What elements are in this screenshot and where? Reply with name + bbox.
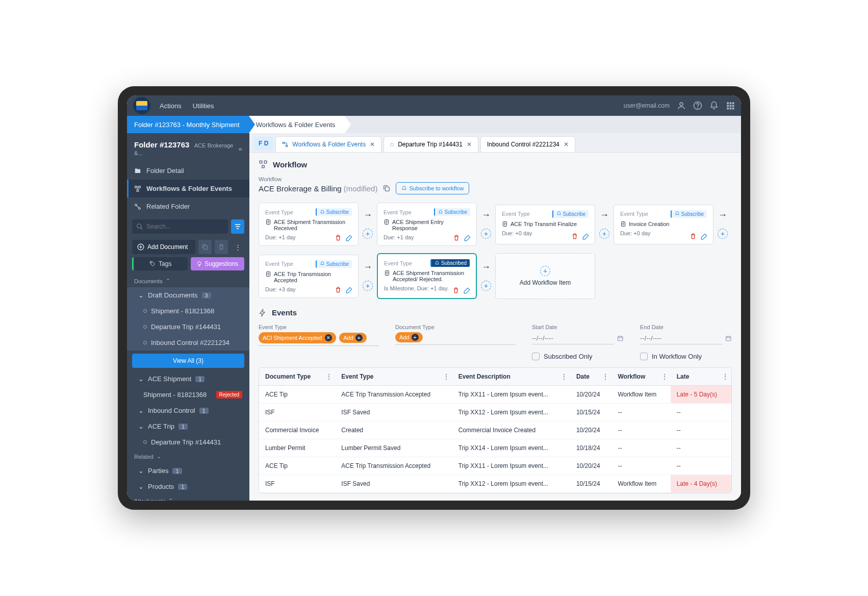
add-between-button[interactable]: +: [718, 229, 728, 239]
close-icon[interactable]: ✕: [467, 141, 472, 148]
help-icon[interactable]: [693, 101, 702, 110]
delete-icon[interactable]: [453, 234, 460, 241]
table-row[interactable]: ACE Tip ACE Trip Transmission Accepted T…: [259, 457, 731, 475]
doc-item-inbound[interactable]: Inbound Control #2221234: [127, 335, 249, 351]
collapse-icon[interactable]: «: [239, 145, 242, 153]
copy-button[interactable]: [198, 240, 212, 254]
workflow-card[interactable]: Event TypeSubscribe ACE Shipment Entry R…: [377, 203, 477, 246]
workflow-only-checkbox[interactable]: In Workflow Only: [640, 353, 702, 360]
table-row[interactable]: ACE Tip ACE Trip Transmission Accepted T…: [259, 386, 731, 404]
subscribe-button[interactable]: Subscribe: [316, 260, 352, 268]
calendar-icon[interactable]: [725, 335, 732, 342]
tab-inbound[interactable]: Inbound Control #2221234 ✕: [480, 136, 575, 152]
col-header[interactable]: Document Type⋮: [259, 368, 335, 386]
subscribe-button[interactable]: Subscribe: [671, 210, 707, 218]
col-header[interactable]: Event Description⋮: [452, 368, 570, 386]
more-button[interactable]: ⋮: [231, 240, 244, 254]
close-icon[interactable]: ✕: [564, 141, 569, 148]
suggestions-button[interactable]: Suggestions: [191, 257, 245, 270]
subscribe-button[interactable]: Subscribe: [552, 210, 589, 218]
doc-item-departure-trip[interactable]: Departure Trip #144431: [127, 434, 249, 450]
search-input[interactable]: [132, 219, 228, 234]
user-icon[interactable]: [677, 101, 686, 110]
subscribe-workflow-button[interactable]: Subscribe to workflow: [396, 182, 469, 194]
edit-icon[interactable]: [464, 287, 471, 294]
nav-workflows[interactable]: Workflows & Folder Events: [127, 180, 249, 197]
bell-icon[interactable]: [709, 101, 719, 110]
inbound-control-group[interactable]: ⌄ Inbound Control 1: [127, 403, 249, 418]
edit-icon[interactable]: [582, 233, 590, 240]
parties-group[interactable]: ⌄ Parties 1: [127, 463, 249, 479]
add-filter-button[interactable]: Add+: [339, 333, 367, 343]
tags-button[interactable]: Tags: [132, 257, 188, 270]
doc-item-shipment[interactable]: Shipment - 81821368: [127, 303, 249, 319]
delete-icon[interactable]: [690, 233, 697, 240]
col-header[interactable]: Date⋮: [570, 368, 612, 386]
col-header[interactable]: Event Type⋮: [335, 368, 452, 386]
products-group[interactable]: ⌄ Products 1: [127, 479, 249, 494]
subscribed-button[interactable]: Subscribed: [430, 259, 470, 267]
workflow-card[interactable]: Event TypeSubscribe Invoice Creation Due…: [614, 205, 713, 244]
table-row[interactable]: ISF ISF Saved Trip XX12 - Lorem Ipsum ev…: [259, 404, 731, 421]
close-icon[interactable]: ✕: [370, 141, 375, 148]
kebab-icon[interactable]: ⋮: [561, 373, 567, 380]
menu-actions[interactable]: Actions: [160, 102, 182, 110]
tab-departure[interactable]: Departure Trip #144431 ✕: [384, 136, 478, 152]
workflow-card[interactable]: Event TypeSubscribe ACE Trip Transmit Fi…: [495, 205, 595, 244]
delete-icon[interactable]: [335, 286, 342, 293]
tab-fd[interactable]: F D: [253, 137, 273, 150]
filter-chip[interactable]: ACI Shipment Accepted✕: [259, 332, 336, 343]
edit-icon[interactable]: [701, 233, 708, 240]
copy-icon[interactable]: [382, 184, 391, 192]
kebab-icon[interactable]: ⋮: [443, 373, 449, 380]
related-section[interactable]: Related⌄: [127, 450, 249, 463]
add-between-button[interactable]: +: [363, 229, 373, 239]
draft-documents-group[interactable]: ⌄ Draft Documents 3: [127, 287, 249, 303]
edit-icon[interactable]: [464, 234, 471, 241]
documents-section[interactable]: Documents⌃: [127, 275, 249, 287]
end-date-input[interactable]: [640, 332, 722, 344]
workflow-card[interactable]: Event TypeSubscribed ACE Shipment Transm…: [377, 253, 477, 299]
apps-icon[interactable]: [726, 101, 735, 110]
ace-trip-group[interactable]: ⌄ ACE Trip 1: [127, 418, 249, 434]
delete-icon[interactable]: [335, 234, 342, 241]
add-document-button[interactable]: Add Document: [132, 240, 195, 254]
nav-folder-detail[interactable]: Folder Detail: [127, 162, 249, 180]
doc-item-ace-shipment[interactable]: Shipment - 81821368 Rejected: [127, 387, 249, 403]
add-between-button[interactable]: +: [599, 229, 609, 239]
kebab-icon[interactable]: ⋮: [326, 373, 332, 380]
add-between-button[interactable]: +: [481, 229, 491, 239]
edit-icon[interactable]: [346, 234, 353, 241]
menu-utilities[interactable]: Utilities: [193, 102, 214, 110]
table-row[interactable]: Commercial Invoice Created Commercial In…: [259, 421, 731, 439]
add-between-button[interactable]: +: [363, 281, 373, 291]
col-header[interactable]: Late⋮: [671, 368, 731, 386]
breadcrumb-current[interactable]: Workflows & Folder Events: [249, 116, 345, 133]
tab-workflows[interactable]: Workflows & Folder Events ✕: [275, 136, 381, 152]
ace-shipment-group[interactable]: ⌄ ACE Shipment 1: [127, 371, 249, 387]
kebab-icon[interactable]: ⋮: [722, 373, 728, 380]
filter-button[interactable]: [231, 219, 244, 234]
table-row[interactable]: Lumber Permit Lumber Permit Saved Trip X…: [259, 439, 731, 457]
add-workflow-item[interactable]: +Add Workflow Item: [495, 253, 595, 299]
subscribed-only-checkbox[interactable]: Subscribed Only: [532, 353, 592, 360]
workflow-card[interactable]: Event TypeSubscribe ACE Trip Transmissio…: [259, 255, 359, 298]
kebab-icon[interactable]: ⋮: [602, 373, 608, 380]
delete-button[interactable]: [215, 240, 228, 254]
subscribe-button[interactable]: Subscribe: [434, 208, 470, 216]
add-doc-filter-button[interactable]: Add+: [395, 332, 423, 342]
add-between-button[interactable]: +: [481, 281, 491, 291]
kebab-icon[interactable]: ⋮: [661, 373, 668, 380]
workflow-card[interactable]: Event TypeSubscribe ACE Shipment Transmi…: [259, 203, 359, 246]
breadcrumb-folder[interactable]: Folder #123763 - Monthly Shipment: [127, 116, 249, 133]
table-row[interactable]: ISF ISF Saved Trip XX12 - Lorem Ipsum ev…: [259, 475, 731, 493]
edit-icon[interactable]: [346, 286, 353, 293]
delete-icon[interactable]: [571, 233, 578, 240]
col-header[interactable]: Workflow⋮: [611, 368, 670, 386]
delete-icon[interactable]: [452, 287, 459, 294]
doc-item-departure[interactable]: Departure Trip #144431: [127, 319, 249, 335]
nav-related[interactable]: Related Folder: [127, 197, 249, 215]
view-all-button[interactable]: View All (3): [132, 354, 244, 368]
attachments-section[interactable]: Attachments⌃: [127, 494, 249, 501]
calendar-icon[interactable]: [617, 335, 624, 342]
